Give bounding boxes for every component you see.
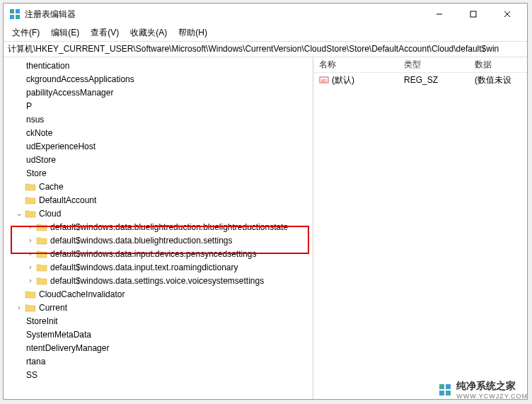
tree-label: nsus bbox=[26, 113, 48, 126]
tree-item[interactable]: udStore bbox=[4, 153, 313, 166]
svg-text:ab: ab bbox=[321, 78, 327, 83]
tree-item[interactable]: ⌄Cloud bbox=[4, 207, 313, 220]
expand-caret-icon[interactable]: › bbox=[15, 301, 23, 314]
tree-item[interactable]: P bbox=[4, 99, 313, 112]
tree-label: thentication bbox=[26, 59, 74, 72]
tree-label: Current bbox=[39, 301, 71, 314]
tree-item[interactable]: ›default$windows.data.bluelightreduction… bbox=[4, 233, 313, 247]
menu-edit[interactable]: 编辑(E) bbox=[45, 25, 85, 40]
svg-rect-0 bbox=[10, 9, 14, 13]
tree-item[interactable]: udExperienceHost bbox=[4, 139, 313, 153]
minimize-button[interactable] bbox=[425, 4, 453, 24]
tree-item[interactable]: ›default$windows.data.input.devices.pens… bbox=[4, 247, 313, 260]
col-data[interactable]: 数据 bbox=[469, 59, 527, 71]
tree-item[interactable]: ›default$windows.data.bluelightreduction… bbox=[4, 220, 313, 233]
tree-label: pabilityAccessManager bbox=[26, 86, 117, 99]
tree-label: ckgroundAccessApplications bbox=[26, 73, 139, 86]
tree-label: default$windows.data.bluelightreduction.… bbox=[50, 234, 237, 247]
tree-label: SystemMetaData bbox=[26, 328, 96, 341]
tree-item[interactable]: StoreInit bbox=[4, 314, 313, 328]
tree-label: rtana bbox=[26, 355, 50, 368]
expand-caret-icon[interactable]: › bbox=[26, 234, 35, 247]
col-type[interactable]: 类型 bbox=[398, 59, 469, 71]
tree-label: StoreInit bbox=[26, 315, 62, 328]
tree-label: udStore bbox=[26, 154, 60, 166]
expand-caret-icon[interactable]: › bbox=[26, 221, 35, 233]
tree-item[interactable]: SystemMetaData bbox=[4, 328, 313, 341]
tree-item[interactable]: DefaultAccount bbox=[4, 193, 313, 207]
content-area: thenticationckgroundAccessApplicationspa… bbox=[4, 57, 527, 399]
maximize-button[interactable] bbox=[459, 4, 487, 24]
list-pane[interactable]: 名称 类型 数据 ab(默认) REG_SZ (数值未设 bbox=[313, 57, 527, 399]
tree-label: default$windows.data.input.text.roamingd… bbox=[50, 261, 243, 274]
tree-item[interactable]: rtana bbox=[4, 354, 313, 368]
tree-item[interactable]: ntentDeliveryManager bbox=[4, 341, 313, 354]
tree-item[interactable]: ›Current bbox=[4, 301, 313, 314]
tree-label: P bbox=[26, 100, 36, 112]
tree-label: CloudCacheInvalidator bbox=[39, 288, 129, 301]
list-row[interactable]: ab(默认) REG_SZ (数值未设 bbox=[313, 73, 527, 87]
maximize-icon bbox=[470, 11, 477, 18]
tree-item[interactable]: ›default$windows.data.settings.voice.voi… bbox=[4, 274, 313, 287]
value-name: (默认) bbox=[332, 75, 354, 85]
svg-rect-1 bbox=[16, 9, 20, 13]
address-path: 计算机\HKEY_CURRENT_USER\Software\Microsoft… bbox=[8, 44, 499, 54]
tree-item[interactable]: ckgroundAccessApplications bbox=[4, 72, 313, 86]
tree-label: udExperienceHost bbox=[26, 140, 100, 153]
menu-favorites[interactable]: 收藏夹(A) bbox=[125, 25, 173, 40]
tree-item[interactable]: CloudCacheInvalidator bbox=[4, 287, 313, 301]
svg-rect-2 bbox=[10, 15, 14, 19]
value-type: REG_SZ bbox=[398, 75, 469, 85]
tree-item[interactable]: thentication bbox=[4, 59, 313, 72]
tree-label: default$windows.data.input.devices.pensy… bbox=[50, 248, 261, 260]
registry-editor-window: 注册表编辑器 文件(F) 编辑(E) 查看(V) 收藏夹(A) 帮助(H) 计算… bbox=[3, 3, 528, 400]
tree-item[interactable]: pabilityAccessManager bbox=[4, 86, 313, 99]
svg-rect-3 bbox=[16, 15, 20, 19]
close-icon bbox=[504, 11, 511, 18]
tree-item[interactable]: ›default$windows.data.input.text.roaming… bbox=[4, 260, 313, 274]
tree-item[interactable]: ckNote bbox=[4, 126, 313, 139]
titlebar: 注册表编辑器 bbox=[4, 4, 527, 25]
string-value-icon: ab bbox=[319, 75, 329, 85]
tree-label: Store bbox=[26, 167, 51, 180]
tree-label: default$windows.data.bluelightreduction.… bbox=[50, 221, 292, 233]
tree-item[interactable]: SS bbox=[4, 368, 313, 381]
tree-item[interactable]: nsus bbox=[4, 112, 313, 126]
tree-label: ntentDeliveryManager bbox=[26, 342, 113, 354]
tree-label: Cloud bbox=[39, 207, 65, 220]
menu-help[interactable]: 帮助(H) bbox=[173, 25, 213, 40]
value-data: (数值未设 bbox=[469, 74, 527, 86]
tree-label: Cache bbox=[39, 180, 68, 193]
window-title: 注册表编辑器 bbox=[25, 8, 425, 21]
tree-label: SS bbox=[26, 369, 42, 381]
tree-label: default$windows.data.settings.voice.voic… bbox=[50, 275, 268, 287]
close-button[interactable] bbox=[493, 4, 521, 24]
menubar: 文件(F) 编辑(E) 查看(V) 收藏夹(A) 帮助(H) bbox=[4, 25, 527, 42]
tree-label: ckNote bbox=[26, 127, 57, 139]
expand-caret-icon[interactable]: › bbox=[26, 261, 35, 274]
tree-item[interactable]: Cache bbox=[4, 180, 313, 193]
expand-caret-icon[interactable]: › bbox=[26, 248, 35, 260]
menu-file[interactable]: 文件(F) bbox=[6, 25, 45, 40]
col-name[interactable]: 名称 bbox=[313, 59, 398, 71]
address-bar[interactable]: 计算机\HKEY_CURRENT_USER\Software\Microsoft… bbox=[4, 42, 527, 57]
tree-label: DefaultAccount bbox=[39, 194, 100, 207]
svg-rect-5 bbox=[470, 11, 476, 17]
menu-view[interactable]: 查看(V) bbox=[85, 25, 125, 40]
tree-item[interactable]: Store bbox=[4, 166, 313, 180]
expand-caret-icon[interactable]: › bbox=[26, 275, 35, 287]
tree-pane[interactable]: thenticationckgroundAccessApplicationspa… bbox=[4, 57, 313, 399]
expand-caret-icon[interactable]: ⌄ bbox=[15, 207, 23, 220]
app-icon bbox=[9, 8, 21, 20]
minimize-icon bbox=[436, 11, 443, 18]
list-header: 名称 类型 数据 bbox=[313, 57, 527, 73]
